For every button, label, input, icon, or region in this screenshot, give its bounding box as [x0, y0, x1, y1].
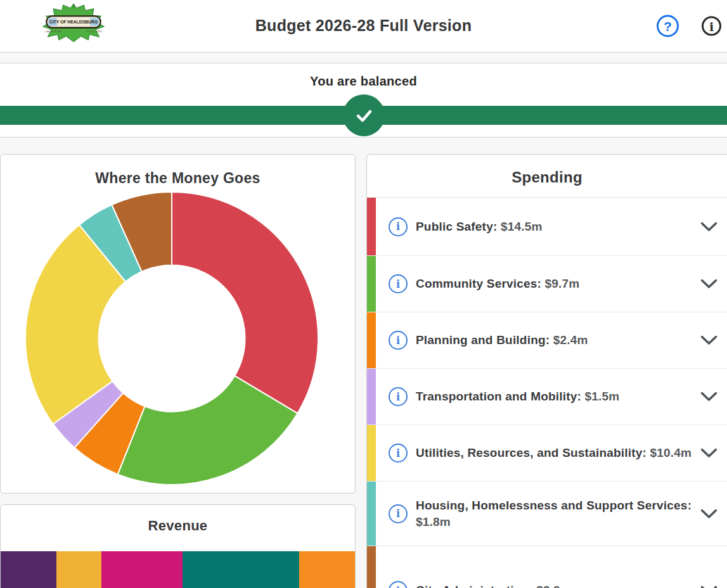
category-info-icon[interactable]: i — [389, 331, 408, 350]
info-icon[interactable]: i — [702, 16, 721, 36]
spending-list: iPublic Safety: $14.5miCommunity Service… — [367, 198, 727, 588]
chevron-down-icon[interactable] — [700, 509, 717, 519]
chevron-down-icon[interactable] — [700, 392, 717, 402]
revenue-segment[interactable] — [101, 551, 182, 588]
category-info-icon[interactable]: i — [389, 444, 408, 463]
balance-status-band: You are balanced — [0, 63, 727, 137]
category-label: Transportation and Mobility: $1.5m — [416, 388, 619, 404]
revenue-segment[interactable] — [1, 551, 56, 588]
help-icon[interactable]: ? — [657, 15, 679, 37]
spending-title: Spending — [367, 155, 727, 198]
spending-row[interactable]: iUtilities, Resources, and Sustainabilit… — [367, 425, 727, 482]
category-info-icon[interactable]: i — [389, 504, 408, 523]
donut-slice[interactable] — [172, 192, 318, 413]
spacer-strip — [0, 53, 727, 63]
category-label: Planning and Building: $2.4m — [416, 332, 588, 348]
category-info-icon[interactable]: i — [389, 217, 408, 236]
category-color-strip — [367, 198, 376, 255]
donut-chart — [24, 191, 319, 486]
category-info-icon[interactable]: i — [389, 581, 408, 588]
balance-check-badge — [343, 94, 385, 136]
spending-column: Spending iPublic Safety: $14.5miCommunit… — [366, 154, 727, 588]
spending-row[interactable]: iPlanning and Building: $2.4m — [367, 312, 727, 369]
spending-row[interactable]: iCommunity Services: $9.7m — [367, 256, 727, 312]
app-header: CITY OF HEALDSBURG CALIFORNIA SINCE 1867… — [0, 0, 727, 53]
category-color-strip — [367, 369, 376, 425]
category-info-icon[interactable]: i — [389, 274, 408, 293]
balance-message: You are balanced — [0, 63, 727, 89]
spending-row[interactable]: iCity Administration: $2.9m — [367, 546, 727, 588]
revenue-chart-title: Revenue — [1, 505, 355, 534]
main-content: Where the Money Goes Revenue Spending iP… — [0, 154, 727, 588]
revenue-segment[interactable] — [299, 551, 355, 588]
page-title: Budget 2026-28 Full Version — [0, 0, 727, 53]
chevron-down-icon[interactable] — [700, 448, 717, 458]
category-color-strip — [367, 482, 376, 546]
revenue-panel: Revenue — [0, 504, 356, 588]
where-money-goes-panel: Where the Money Goes — [0, 154, 356, 494]
category-color-strip — [367, 312, 376, 368]
category-label: City Administration: $2.9m — [416, 582, 571, 588]
donut-chart-title: Where the Money Goes — [1, 155, 355, 187]
category-label: Utilities, Resources, and Sustainability… — [416, 445, 692, 461]
category-info-icon[interactable]: i — [389, 387, 408, 406]
spending-row[interactable]: iHousing, Homelessness and Support Servi… — [367, 482, 727, 546]
category-label: Housing, Homelessness and Support Servic… — [416, 497, 715, 529]
chevron-down-icon[interactable] — [700, 585, 717, 588]
charts-column: Where the Money Goes Revenue — [0, 154, 356, 588]
category-color-strip — [367, 546, 376, 588]
revenue-segment[interactable] — [183, 551, 299, 588]
spending-row[interactable]: iPublic Safety: $14.5m — [367, 198, 727, 256]
revenue-segment[interactable] — [56, 551, 102, 588]
spending-row[interactable]: iTransportation and Mobility: $1.5m — [367, 369, 727, 425]
category-color-strip — [367, 256, 376, 312]
spending-panel: Spending iPublic Safety: $14.5miCommunit… — [366, 154, 727, 588]
category-label: Public Safety: $14.5m — [416, 219, 543, 234]
chevron-down-icon[interactable] — [700, 335, 717, 345]
category-color-strip — [367, 425, 376, 481]
checkmark-icon — [351, 103, 376, 128]
category-label: Community Services: $9.7m — [416, 276, 579, 291]
chevron-down-icon[interactable] — [700, 279, 717, 289]
chevron-down-icon[interactable] — [700, 222, 717, 232]
revenue-stacked-bar — [1, 551, 355, 588]
